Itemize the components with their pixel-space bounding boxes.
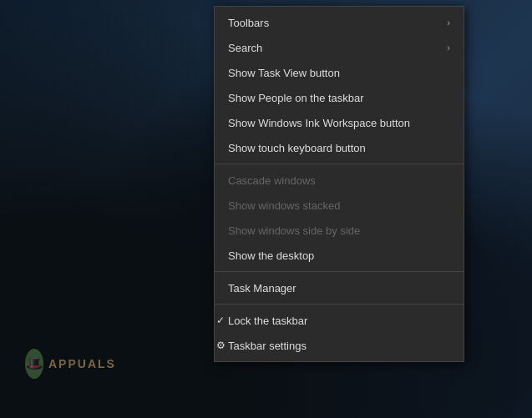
menu-item-task-manager[interactable]: Task Manager xyxy=(215,275,464,300)
gear-icon: ⚙ xyxy=(216,340,225,351)
menu-item-cascade-windows: Cascade windows xyxy=(215,168,464,193)
menu-item-label-show-ink: Show Windows Ink Workspace button xyxy=(228,117,450,129)
menu-item-label-task-manager: Task Manager xyxy=(228,282,450,295)
menu-item-show-people[interactable]: Show People on the taskbar xyxy=(215,85,464,110)
menu-item-show-side-by-side: Show windows side by side xyxy=(215,218,464,243)
menu-item-taskbar-settings[interactable]: ⚙Taskbar settings xyxy=(215,333,464,358)
menu-item-search[interactable]: Search› xyxy=(215,35,464,60)
menu-item-label-lock-taskbar: Lock the taskbar xyxy=(228,315,450,327)
menu-item-show-task-view[interactable]: Show Task View button xyxy=(215,60,464,85)
menu-item-label-show-people: Show People on the taskbar xyxy=(228,92,450,104)
menu-item-label-cascade-windows: Cascade windows xyxy=(228,174,450,187)
menu-item-label-show-task-view: Show Task View button xyxy=(228,67,450,79)
watermark-icon: 🎩 xyxy=(25,349,43,379)
submenu-chevron-icon: › xyxy=(447,43,450,53)
context-menu: Toolbars›Search›Show Task View buttonSho… xyxy=(214,6,464,362)
menu-item-label-taskbar-settings: Taskbar settings xyxy=(228,340,450,352)
watermark: 🎩 APPUALS xyxy=(25,343,109,385)
submenu-chevron-icon: › xyxy=(447,18,450,28)
menu-item-show-stacked: Show windows stacked xyxy=(215,193,464,218)
menu-item-label-show-stacked: Show windows stacked xyxy=(228,199,450,212)
menu-item-label-show-touch-keyboard: Show touch keyboard button xyxy=(228,142,450,154)
separator-sep1 xyxy=(215,164,464,164)
menu-item-lock-taskbar[interactable]: ✓Lock the taskbar xyxy=(215,308,464,333)
separator-sep3 xyxy=(215,304,464,305)
menu-item-label-show-side-by-side: Show windows side by side xyxy=(228,224,450,237)
menu-item-label-show-desktop: Show the desktop xyxy=(228,249,450,262)
menu-item-label-search: Search xyxy=(228,42,447,54)
separator-sep2 xyxy=(215,271,464,272)
menu-item-label-toolbars: Toolbars xyxy=(228,17,447,29)
menu-item-toolbars[interactable]: Toolbars› xyxy=(215,10,464,35)
watermark-text: APPUALS xyxy=(48,357,116,370)
menu-item-show-ink[interactable]: Show Windows Ink Workspace button xyxy=(215,110,464,135)
menu-item-show-desktop[interactable]: Show the desktop xyxy=(215,243,464,268)
menu-item-show-touch-keyboard[interactable]: Show touch keyboard button xyxy=(215,135,464,160)
check-icon: ✓ xyxy=(216,315,225,326)
